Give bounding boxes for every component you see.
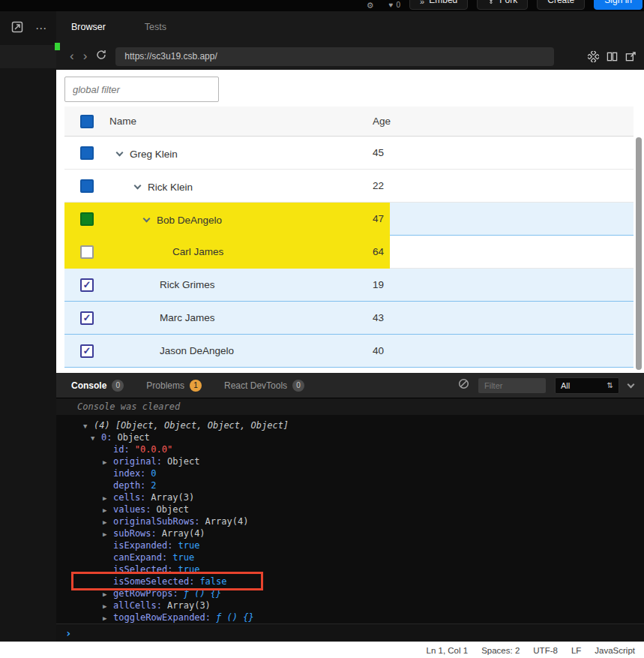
console-log-line: ▶cells:Array(3) bbox=[103, 491, 644, 503]
console-log-line: ▼0:Object bbox=[91, 431, 644, 443]
console-log-line-annotated: isSomeSelected:false bbox=[103, 575, 644, 587]
expander-icon[interactable]: ▶ bbox=[103, 600, 113, 612]
tab-console[interactable]: Console 0 bbox=[71, 380, 124, 392]
tab-react-devtools[interactable]: React DevTools 0 bbox=[224, 380, 304, 392]
row-age: 19 bbox=[365, 279, 634, 290]
checkmark-icon: ✓ bbox=[83, 280, 91, 290]
sign-in-button[interactable]: Sign in bbox=[594, 0, 643, 10]
expander-icon[interactable]: ▶ bbox=[103, 504, 113, 516]
url-input[interactable] bbox=[115, 47, 554, 66]
console-log-line: depth:2 bbox=[103, 479, 644, 491]
embed-button[interactable]: » Embed bbox=[409, 0, 468, 10]
expander-icon[interactable]: ▼ bbox=[91, 432, 101, 444]
main-pane: Browser Tests ‹ › Name Age Greg Klein bbox=[56, 11, 644, 641]
row-age: 22 bbox=[365, 180, 634, 191]
like-control[interactable]: ♥ 0 bbox=[389, 0, 401, 11]
column-header-age[interactable]: Age bbox=[365, 116, 634, 127]
row-age: 64 bbox=[365, 246, 634, 257]
row-age: 40 bbox=[365, 345, 634, 356]
preview-modules-icon[interactable] bbox=[588, 51, 599, 62]
console-log-line: isSelected:true bbox=[103, 563, 644, 575]
row-name: Marc James bbox=[160, 312, 215, 323]
expander-icon[interactable]: ▶ bbox=[103, 456, 113, 468]
encoding-setting[interactable]: UTF-8 bbox=[533, 646, 558, 655]
console-log-line: ▼(4) [Object, Object, Object, Object] bbox=[83, 419, 644, 431]
scrollbar-thumb[interactable] bbox=[636, 137, 642, 370]
console-log-line: ▶toggleRowExpanded:ƒ () {} bbox=[103, 611, 644, 623]
like-count: 0 bbox=[397, 0, 401, 11]
console-log-line: ▶getRowProps:ƒ () {} bbox=[103, 587, 644, 599]
row-checkbox[interactable]: ✓ bbox=[80, 278, 94, 292]
forward-icon[interactable]: › bbox=[83, 50, 88, 62]
embed-arrows-icon: » bbox=[420, 0, 424, 5]
expander-chevron-icon[interactable] bbox=[134, 182, 142, 189]
tab-browser[interactable]: Browser bbox=[71, 22, 106, 32]
row-age: 43 bbox=[365, 312, 634, 323]
browser-viewport: Name Age Greg Klein 45 Rick Klein 22 Bob… bbox=[56, 70, 644, 373]
console-cleared-message: Console was cleared bbox=[56, 398, 644, 415]
table-row: Rick Klein 22 bbox=[64, 170, 634, 203]
row-checkbox[interactable] bbox=[80, 179, 94, 193]
top-bar: ⚙ ♥ 0 » Embed Fork Create Sign in bbox=[0, 0, 644, 11]
expander-chevron-icon[interactable] bbox=[143, 215, 151, 222]
row-checkbox[interactable] bbox=[80, 212, 94, 226]
table-row-highlighted: Carl James 64 bbox=[64, 236, 634, 269]
console-log-line: ▶originalSubRows:Array(4) bbox=[103, 515, 644, 527]
open-external-icon[interactable] bbox=[625, 51, 637, 62]
console-log-line: id:"0.0.0" bbox=[103, 443, 644, 455]
select-all-checkbox[interactable] bbox=[80, 115, 94, 128]
indentation-setting[interactable]: Spaces: 2 bbox=[481, 646, 520, 655]
log-level-select[interactable]: All ⇅ bbox=[555, 377, 619, 394]
expander-icon[interactable]: ▼ bbox=[83, 420, 94, 432]
gear-icon[interactable]: ⚙ bbox=[367, 0, 374, 11]
back-icon[interactable]: ‹ bbox=[70, 50, 74, 62]
refresh-icon[interactable] bbox=[96, 50, 106, 63]
row-name: Rick Klein bbox=[148, 182, 193, 193]
row-name: Carl James bbox=[172, 246, 223, 257]
expander-icon[interactable]: ▶ bbox=[103, 516, 113, 528]
table-row: Greg Klein 45 bbox=[64, 137, 634, 170]
eol-setting[interactable]: LF bbox=[571, 646, 581, 655]
console-log: ▼(4) [Object, Object, Object, Object] ▼0… bbox=[56, 415, 644, 623]
sidebar: ⋯ bbox=[0, 11, 56, 641]
console-count-badge: 0 bbox=[112, 380, 124, 392]
fork-button[interactable]: Fork bbox=[477, 0, 528, 10]
expander-icon[interactable]: ▶ bbox=[103, 588, 113, 600]
collapse-console-icon[interactable] bbox=[628, 380, 635, 388]
row-checkbox[interactable] bbox=[80, 245, 94, 259]
more-menu-icon[interactable]: ⋯ bbox=[35, 22, 47, 35]
row-checkbox[interactable]: ✓ bbox=[80, 344, 94, 358]
console-log-line: ▶subRows:Array(4) bbox=[103, 527, 644, 539]
create-button[interactable]: Create bbox=[537, 0, 585, 10]
console-log-line: canExpand:true bbox=[103, 551, 644, 563]
tab-tests[interactable]: Tests bbox=[145, 22, 166, 32]
expander-icon[interactable]: ▶ bbox=[103, 612, 113, 623]
sidebar-active-item[interactable] bbox=[0, 45, 56, 68]
console-log-line: ▶values:Object bbox=[103, 503, 644, 515]
open-panel-icon[interactable] bbox=[11, 21, 23, 36]
row-age: 45 bbox=[365, 147, 634, 158]
cursor-position[interactable]: Ln 1, Col 1 bbox=[427, 646, 469, 655]
status-indicator-green bbox=[55, 43, 60, 50]
table-header-row: Name Age bbox=[64, 107, 634, 137]
console-log-line: ▶allCells:Array(3) bbox=[103, 599, 644, 611]
console-tab-bar: Console 0 Problems 1 React DevTools 0 Al… bbox=[56, 373, 644, 398]
problems-count-badge: 1 bbox=[190, 380, 202, 392]
console-input-row[interactable]: › bbox=[56, 623, 644, 641]
row-checkbox[interactable]: ✓ bbox=[80, 311, 94, 325]
tab-problems[interactable]: Problems 1 bbox=[146, 380, 202, 392]
column-header-name[interactable]: Name bbox=[109, 116, 365, 127]
heart-icon: ♥ bbox=[389, 0, 394, 11]
console-filter-input[interactable] bbox=[478, 378, 546, 393]
expander-icon[interactable]: ▶ bbox=[103, 528, 113, 540]
expander-chevron-icon[interactable] bbox=[116, 149, 124, 156]
checkmark-icon: ✓ bbox=[83, 346, 91, 356]
expander-icon[interactable]: ▶ bbox=[103, 492, 113, 504]
row-age: 47 bbox=[365, 213, 634, 224]
row-checkbox[interactable] bbox=[80, 146, 94, 160]
language-mode[interactable]: JavaScript bbox=[595, 646, 635, 655]
table-row-highlighted: Bob DeAngelo 47 bbox=[64, 203, 634, 236]
split-view-icon[interactable] bbox=[607, 51, 618, 62]
clear-console-icon[interactable] bbox=[458, 378, 469, 392]
global-filter-input[interactable] bbox=[64, 77, 219, 102]
